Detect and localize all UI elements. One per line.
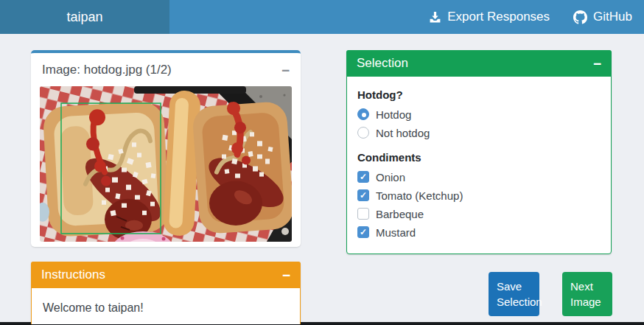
next-image-button[interactable]: Next Image bbox=[562, 272, 612, 316]
instructions-panel-title: Instructions bbox=[41, 268, 105, 282]
export-responses-link[interactable]: Export Responses bbox=[429, 10, 550, 24]
selection-panel: Selection − Hotdog? Hotdog Not hotdog Co… bbox=[346, 50, 612, 254]
download-icon bbox=[429, 11, 441, 24]
checkbox-option-barbeque[interactable]: Barbeque bbox=[357, 206, 601, 221]
condiments-label: Condiments bbox=[357, 151, 601, 164]
selection-panel-title: Selection bbox=[357, 56, 408, 71]
radio-icon[interactable] bbox=[357, 108, 369, 120]
radio-option-not-hotdog[interactable]: Not hotdog bbox=[357, 125, 601, 140]
navbar: taipan Export Responses GitHub bbox=[0, 0, 644, 34]
checkbox-option-mustard[interactable]: ✓ Mustard bbox=[357, 225, 601, 240]
minus-icon: − bbox=[593, 56, 601, 71]
save-selection-button[interactable]: Save Selection bbox=[489, 272, 539, 316]
app-brand[interactable]: taipan bbox=[0, 0, 169, 34]
checkbox-option-label: Barbeque bbox=[376, 208, 424, 220]
minus-icon: − bbox=[282, 268, 290, 283]
minus-icon: − bbox=[281, 63, 290, 78]
checkbox-option-label: Onion bbox=[376, 171, 405, 184]
instructions-text: Welcome to taipan! bbox=[32, 288, 300, 325]
export-responses-label: Export Responses bbox=[447, 10, 550, 24]
github-label: GitHub bbox=[593, 10, 632, 24]
radio-option-hotdog[interactable]: Hotdog bbox=[357, 107, 601, 122]
selection-panel-header: Selection − bbox=[346, 50, 612, 77]
checkbox-icon[interactable] bbox=[357, 208, 369, 220]
instructions-panel-collapse-button[interactable]: − bbox=[282, 268, 290, 282]
image-panel: Image: hotdog.jpg (1/2) − bbox=[31, 50, 301, 247]
hotdog-question-label: Hotdog? bbox=[357, 88, 601, 101]
image-panel-header: Image: hotdog.jpg (1/2) − bbox=[31, 53, 301, 86]
navbar-links: Export Responses GitHub bbox=[169, 0, 644, 34]
annotated-image[interactable] bbox=[40, 86, 292, 242]
instructions-panel: Instructions − Welcome to taipan! bbox=[31, 262, 301, 325]
checkbox-icon[interactable]: ✓ bbox=[357, 226, 369, 238]
checkbox-icon[interactable]: ✓ bbox=[357, 171, 369, 183]
radio-option-label: Not hotdog bbox=[376, 127, 430, 139]
radio-option-label: Hotdog bbox=[376, 108, 411, 121]
checkbox-option-label: Tomato (Ketchup) bbox=[376, 189, 463, 202]
checkbox-option-tomato-ketchup[interactable]: ✓ Tomato (Ketchup) bbox=[357, 188, 601, 203]
selection-panel-body: Hotdog? Hotdog Not hotdog Condiments ✓ O… bbox=[347, 77, 611, 255]
selection-panel-collapse-button[interactable]: − bbox=[593, 57, 601, 71]
checkbox-icon[interactable]: ✓ bbox=[357, 189, 369, 201]
radio-icon[interactable] bbox=[357, 127, 369, 139]
hotdog-photo bbox=[40, 86, 292, 242]
checkbox-option-onion[interactable]: ✓ Onion bbox=[357, 170, 601, 184]
image-panel-title: Image: hotdog.jpg (1/2) bbox=[42, 63, 172, 77]
github-icon bbox=[573, 10, 587, 24]
github-link[interactable]: GitHub bbox=[573, 10, 632, 24]
image-panel-collapse-button[interactable]: − bbox=[281, 63, 290, 77]
instructions-panel-header: Instructions − bbox=[31, 262, 301, 288]
checkbox-option-label: Mustard bbox=[376, 226, 416, 239]
